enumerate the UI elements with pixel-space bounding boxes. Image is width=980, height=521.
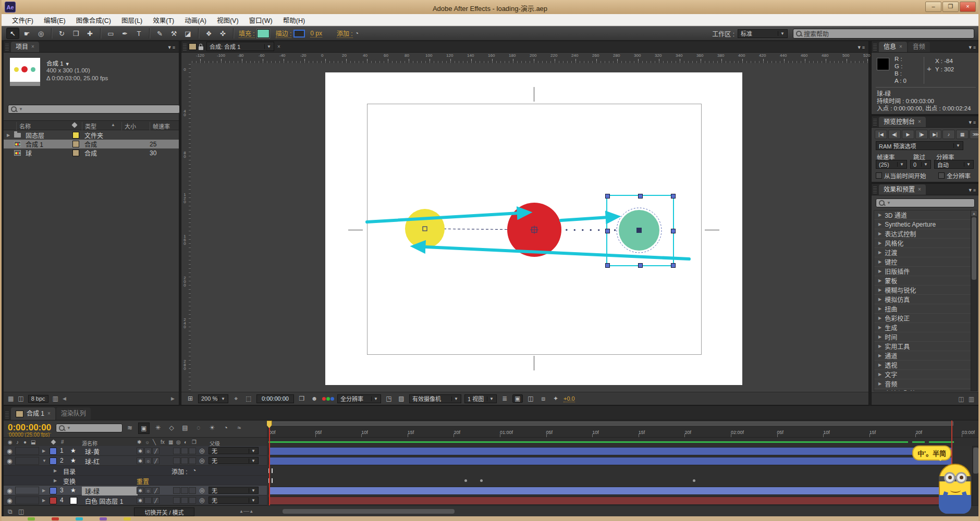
sort-arrow-icon[interactable]: ▲ [111,122,115,127]
selection-handle[interactable] [638,263,643,268]
layer-switch-icon[interactable]: ☼ [144,457,152,464]
expander-icon[interactable]: ▶ [42,449,45,453]
switch-cell[interactable] [15,487,39,494]
layer-switch-empty[interactable] [181,457,188,464]
parent-select[interactable]: 无▼ [209,457,259,464]
parent-pickwhip-icon[interactable]: ◎ [199,487,204,494]
play-button[interactable]: ▶ [902,130,914,139]
exposure-value[interactable]: +0.0 [564,395,575,402]
puppet-pin-tool[interactable]: ✜ [216,28,229,39]
draft-3d-icon[interactable]: ✳ [153,423,163,433]
layer-switch-empty[interactable] [173,497,180,504]
exposure-icon[interactable]: ✦ [551,395,560,402]
transparency-grid-icon[interactable]: ▨ [397,395,406,402]
from-current-time-checkbox[interactable]: 从当前时间开始 [876,171,926,180]
property-row-目录[interactable]: ▶目录添加 :◔ [4,466,267,476]
layer-switch-icon[interactable] [144,497,152,504]
ime-status-bubble[interactable]: 中'。半简 [912,445,951,461]
label-color-swatch[interactable] [72,132,79,139]
panel-menu-icon[interactable]: ▼≡ [968,45,979,52]
layer-switch-empty[interactable] [189,457,196,464]
parent-select[interactable]: 无▼ [209,487,259,494]
eraser-tool[interactable]: ◪ [181,28,194,39]
project-col-fps[interactable]: 帧速率 [150,122,170,130]
selection-handle[interactable] [605,229,610,233]
motion-blur-icon[interactable]: ◌ [193,423,204,433]
keyframe-dot[interactable] [480,479,483,482]
fast-preview-icon[interactable]: ▣ [512,394,523,403]
effect-category[interactable]: ▶Synthetic Aperture [874,220,971,229]
timeline-search-input[interactable]: ▼ [56,424,123,432]
effect-category[interactable]: ▶生成 [874,323,971,332]
layer-color-swatch[interactable] [50,497,57,504]
ball-yellow[interactable] [405,209,445,249]
loop-button[interactable]: ▦ [956,130,969,139]
effect-category[interactable]: ▶实用工具 [874,342,971,351]
audio-button[interactable]: ♪ [942,130,955,139]
interpret-footage-icon[interactable]: ▦ [8,395,14,402]
trash-icon[interactable]: ▥ [969,395,974,403]
keyframe-dot[interactable] [464,479,467,482]
layer-row-球-黄[interactable]: ◉▶1★球-黄✱☼╱◎无▼ [4,446,267,456]
project-col-name[interactable]: 名称 [16,122,31,130]
project-row-球[interactable]: 球合成30 [4,148,179,157]
effect-category[interactable]: ▶音频 [874,379,971,389]
layer-switch-empty[interactable] [173,448,180,454]
graph-editor-icon[interactable]: ≈ [234,423,244,433]
project-col-size[interactable]: 大小 [121,122,136,130]
reset-link[interactable]: 重置 [137,477,149,486]
layer-switch-empty[interactable] [189,448,196,454]
layer-switch-icon[interactable]: ╱ [152,448,160,454]
panel-menu-icon[interactable]: ▼≡ [968,120,979,127]
expand-props-icon[interactable]: ◫ [18,508,24,515]
toggle-switches-modes-button[interactable]: 切换开关 / 模式 [134,507,194,516]
panel-menu-icon[interactable]: ▼≡ [857,45,868,52]
next-frame-button[interactable]: |▶ [915,130,928,139]
selection-handle[interactable] [605,263,610,268]
playhead[interactable] [267,420,273,517]
layer-name[interactable]: 白色 固态层 1 [82,497,126,505]
layer-duration-bar[interactable] [268,457,952,465]
layer-color-swatch[interactable] [50,448,57,455]
view-layout-select[interactable]: 1 视图▼ [464,394,497,403]
minimize-button[interactable]: – [925,2,941,12]
layer-name[interactable]: 球-黄 [82,447,103,456]
layer-name[interactable]: 球-绿 [82,487,138,495]
parent-select[interactable]: 无▼ [209,447,259,454]
tab-timeline-comp1[interactable]: 合成 1× [11,407,55,420]
parent-pickwhip-icon[interactable]: ◎ [199,447,204,454]
layer-duration-bar[interactable] [268,487,952,495]
layer-switch-empty[interactable] [189,497,196,504]
camera-tool[interactable]: ❒ [69,28,82,39]
ruler-corner[interactable] [181,53,191,63]
stroke-width[interactable]: 0 px [310,30,322,38]
layer-switch-empty[interactable] [189,487,196,494]
add-menu-icon[interactable]: ◔ [192,467,196,474]
full-resolution-checkbox[interactable]: 全分辨率 [938,171,971,180]
scroll-left-icon[interactable]: ◀ [63,396,66,401]
switch-cell[interactable] [15,457,39,465]
zoom-tool[interactable]: ◎ [34,28,47,39]
brainstorm-icon[interactable]: ☀ [207,423,217,433]
resolution-select[interactable]: 全分辨率▼ [337,394,381,403]
timeline-hscrollbar[interactable] [267,505,980,517]
comp-thumbnail[interactable] [10,58,40,82]
label-color-swatch[interactable] [72,141,79,147]
layer-switch-icon[interactable]: ☼ [144,487,152,494]
audio-column-icon[interactable]: ♪ [16,439,19,445]
tab-project[interactable]: 项目× [11,42,39,52]
layer-switch-empty[interactable] [181,497,188,504]
snapshot-icon[interactable]: ❒ [297,395,307,402]
stroke-color-swatch[interactable] [293,30,305,38]
label-color-swatch[interactable] [72,150,79,156]
tab-preview[interactable]: 预览控制台× [879,117,926,127]
lock-column-icon[interactable]: ⬓ [31,439,35,445]
timeline-zoom-slider[interactable]: ▲──▲ [239,509,253,514]
effect-category[interactable]: ▶文字 [874,370,971,379]
last-frame-button[interactable]: ▶| [929,130,941,139]
resolution-select[interactable]: 自动▼ [934,160,974,169]
effect-category[interactable]: ▶旧版插件 [874,267,971,276]
add-label[interactable]: 添加 : [337,29,353,38]
live-update-icon[interactable]: ▣ [138,423,150,434]
layer-duration-bar[interactable] [268,497,952,505]
